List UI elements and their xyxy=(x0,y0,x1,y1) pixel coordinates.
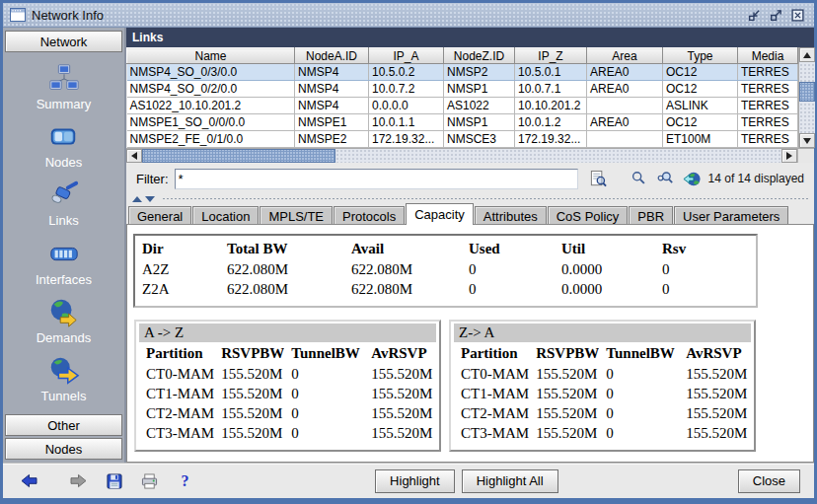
computers-icon xyxy=(48,63,80,95)
doc-search-icon[interactable] xyxy=(588,169,609,189)
nodes-button[interactable]: Nodes xyxy=(5,438,122,460)
back-icon[interactable] xyxy=(19,470,39,491)
capacity-summary-table: DirTotal BWAvailUsedUtilRsvA2Z622.080M62… xyxy=(135,239,750,300)
search-plus-icon[interactable] xyxy=(655,169,676,189)
table-row[interactable]: NMSPE2_FE_0/1/0.0NMSPE2172.19.32...NMSCE… xyxy=(127,131,798,148)
highlight-button[interactable]: Highlight xyxy=(375,469,455,493)
globe-arrow-icon[interactable] xyxy=(682,169,703,189)
cell: NMSPE1_SO_0/0/0.0 xyxy=(127,114,295,131)
close-icon[interactable] xyxy=(789,7,806,23)
title-bar[interactable]: Network Info xyxy=(3,3,814,28)
tab-location[interactable]: Location xyxy=(192,206,259,225)
horizontal-scroll-thumb[interactable] xyxy=(142,149,335,163)
table-row[interactable]: NMSP4_SO_0/3/0.0NMSP410.5.0.2NMSP210.5.0… xyxy=(127,64,798,81)
table-row: CT1-MAM155.520M0155.520M xyxy=(139,385,436,404)
cell: CT2-MAM xyxy=(454,404,529,424)
sidebar-item-label: Nodes xyxy=(45,155,83,170)
table-row: CT2-MAM155.520M0155.520M xyxy=(454,404,751,424)
table-row[interactable]: NMSPE1_SO_0/0/0.0NMSPE110.0.1.1NMSP110.0… xyxy=(127,114,798,131)
cell: 155.520M xyxy=(679,385,751,404)
print-icon[interactable] xyxy=(139,470,160,491)
cell: TERRES xyxy=(738,64,798,81)
cell: NMSP1 xyxy=(444,81,515,98)
cell: NMSP4 xyxy=(295,81,369,98)
cell: 0 xyxy=(655,260,750,280)
cell: 10.0.1.1 xyxy=(369,114,444,131)
cell: 155.520M xyxy=(529,404,599,424)
column-header-nodea-id[interactable]: NodeA.ID xyxy=(295,48,369,64)
close-button[interactable]: Close xyxy=(738,469,800,493)
tab-attributes[interactable]: Attributes xyxy=(475,206,547,225)
horizontal-scroll-track[interactable] xyxy=(335,149,781,163)
tab-user-parameters[interactable]: User Parameters xyxy=(674,206,788,225)
cell: 0.0000 xyxy=(555,280,655,300)
search-icon[interactable] xyxy=(629,169,649,189)
sidebar-item-nodes[interactable]: Nodes xyxy=(45,121,83,170)
cell: 155.520M xyxy=(364,385,436,404)
divider-line[interactable] xyxy=(162,197,810,200)
tab-bar: GeneralLocationMPLS/TEProtocolsCapacityA… xyxy=(126,203,814,225)
scroll-right-button[interactable] xyxy=(781,149,797,163)
cell: 0 xyxy=(655,280,750,300)
cell: 155.520M xyxy=(214,424,284,444)
cell: OC12 xyxy=(663,64,738,81)
vertical-scroll-thumb[interactable] xyxy=(799,82,815,102)
cell: 155.520M xyxy=(529,365,599,385)
scroll-left-button[interactable] xyxy=(126,149,142,163)
tab-capacity[interactable]: Capacity xyxy=(406,203,474,225)
divider-expand-icon[interactable] xyxy=(145,196,155,202)
column-header-used: Used xyxy=(462,239,555,260)
maximize-icon[interactable] xyxy=(768,7,784,23)
tab-general[interactable]: General xyxy=(128,206,191,225)
save-icon[interactable] xyxy=(104,470,124,491)
window-body: Network SummaryNodesLinksInterfacesDeman… xyxy=(3,28,814,463)
cell: A2Z xyxy=(135,260,220,280)
tab-cos-policy[interactable]: CoS Policy xyxy=(548,206,629,225)
split-divider[interactable] xyxy=(126,194,814,203)
footer-buttons: HighlightHighlight All xyxy=(375,469,558,493)
scroll-down-button[interactable] xyxy=(799,133,815,148)
cell: 155.520M xyxy=(679,424,751,444)
links-panel-title: Links xyxy=(126,28,814,47)
scroll-up-button[interactable] xyxy=(799,47,815,62)
cell: 155.520M xyxy=(679,365,751,385)
sidebar-item-demands[interactable]: Demands xyxy=(37,297,92,345)
filter-input[interactable] xyxy=(175,169,578,189)
horizontal-scrollbar[interactable] xyxy=(126,148,814,163)
cell: 172.19.32... xyxy=(515,131,587,148)
cell xyxy=(587,131,663,148)
table-row[interactable]: AS1022_10.10.201.2NMSP40.0.0.0AS102210.1… xyxy=(127,98,798,114)
restore-icon[interactable] xyxy=(746,7,763,23)
cell: CT0-MAM xyxy=(139,365,214,385)
column-header-name[interactable]: Name xyxy=(127,48,295,64)
column-header-type[interactable]: Type xyxy=(663,48,738,64)
divider-collapse-icon[interactable] xyxy=(132,196,142,202)
cell: NMSPE2_FE_0/1/0.0 xyxy=(127,131,295,148)
table-row: CT2-MAM155.520M0155.520M xyxy=(139,404,436,424)
column-header-util: Util xyxy=(555,239,655,260)
other-button[interactable]: Other xyxy=(5,414,122,436)
sidebar-item-summary[interactable]: Summary xyxy=(37,63,92,111)
cell: 155.520M xyxy=(364,365,436,385)
forward-icon[interactable] xyxy=(68,470,89,491)
column-header-nodez-id[interactable]: NodeZ.ID xyxy=(444,48,515,64)
help-icon[interactable]: ? xyxy=(175,470,195,491)
tab-mpls-te[interactable]: MPLS/TE xyxy=(260,206,333,225)
column-header-media[interactable]: Media xyxy=(738,48,798,64)
vertical-scrollbar[interactable] xyxy=(798,47,815,148)
sidebar-item-tunnels[interactable]: Tunnels xyxy=(41,355,87,403)
column-header-ip-z[interactable]: IP_Z xyxy=(515,48,587,64)
tab-protocols[interactable]: Protocols xyxy=(334,206,405,225)
table-row: CT0-MAM155.520M0155.520M xyxy=(454,365,751,385)
sidebar-item-links[interactable]: Links xyxy=(48,180,80,228)
network-button[interactable]: Network xyxy=(5,31,122,52)
column-header-total-bw: Total BW xyxy=(220,239,344,260)
column-header-ip-a[interactable]: IP_A xyxy=(369,48,444,64)
filter-icons xyxy=(588,169,703,189)
sidebar-item-interfaces[interactable]: Interfaces xyxy=(36,239,92,287)
highlight-all-button[interactable]: Highlight All xyxy=(462,469,558,493)
cell: CT3-MAM xyxy=(139,424,214,444)
table-row[interactable]: NMSP4_SO_0/2/0.0NMSP410.0.7.2NMSP110.0.7… xyxy=(127,81,798,98)
tab-pbr[interactable]: PBR xyxy=(629,206,673,225)
column-header-area[interactable]: Area xyxy=(587,48,663,64)
